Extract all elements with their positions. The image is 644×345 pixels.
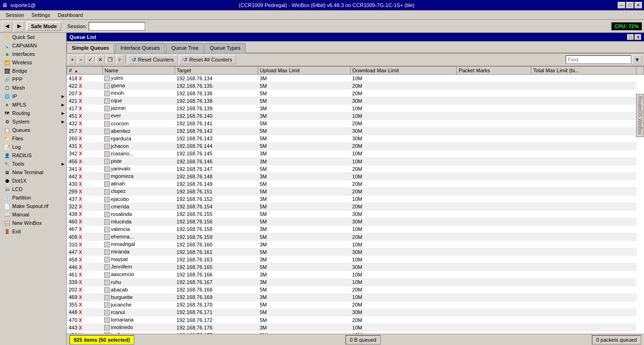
cell-name: mnoh bbox=[102, 90, 175, 97]
cell-marks bbox=[457, 271, 531, 278]
make-supout-icon: 📄 bbox=[4, 203, 10, 209]
window-close-button[interactable]: ✕ bbox=[635, 34, 641, 40]
menu-session[interactable]: Session bbox=[2, 11, 28, 19]
table-row[interactable]: 355 X jucanche 192.168.76.170 5M 20M bbox=[67, 301, 644, 308]
find-dropdown-button[interactable]: ▼ bbox=[632, 55, 642, 64]
sidebar-item-manual[interactable]: 📖 Manual bbox=[0, 210, 66, 219]
table-row[interactable]: 460 X mlucinda 192.168.76.156 5M 30M bbox=[67, 218, 644, 225]
table-row[interactable]: 418 X yulmi 192.168.76.134 3M 10M bbox=[67, 75, 644, 82]
table-row[interactable]: 438 X rosalinda 192.168.76.155 5M 30M bbox=[67, 210, 644, 218]
table-row[interactable]: 447 X miranda 192.168.76.161 5M 30M bbox=[67, 248, 644, 256]
sidebar-item-routing[interactable]: 🗺 Routing bbox=[0, 109, 66, 117]
table-row[interactable]: 451 X ever 192.168.76.140 3M 10M bbox=[67, 112, 644, 120]
sidebar-item-partition[interactable]: 💿 Partition bbox=[0, 193, 66, 202]
tab-interface-queues[interactable]: Interface Queues bbox=[115, 43, 165, 53]
sidebar-item-files[interactable]: 📁 Files bbox=[0, 134, 66, 143]
window-expand-button[interactable]: □ bbox=[627, 34, 634, 40]
table-row[interactable]: 310 X mmadrigal 192.168.76.160 3M 10M bbox=[67, 241, 644, 248]
sidebar-item-radius[interactable]: 👤 RADIUS bbox=[0, 151, 66, 160]
table-row[interactable]: 422 X gsena 192.168.76.135 5M 20M bbox=[67, 82, 644, 90]
col-packet-marks[interactable]: Packet Marks bbox=[457, 67, 531, 75]
maximize-button[interactable]: □ bbox=[626, 2, 634, 8]
copy-button[interactable]: ❐ bbox=[106, 55, 115, 64]
sidebar-item-interfaces[interactable]: ■ Interfaces bbox=[0, 50, 66, 58]
tab-simple-queues[interactable]: Simple Queues bbox=[67, 43, 114, 53]
sidebar-item-ip[interactable]: 🌐 IP bbox=[0, 92, 66, 100]
cell-total bbox=[531, 173, 636, 180]
close-button[interactable]: ✕ bbox=[635, 2, 642, 8]
tab-queue-types[interactable]: Queue Types bbox=[205, 43, 245, 53]
sidebar-item-tools[interactable]: 🔧 Tools bbox=[0, 160, 66, 168]
manual-icon: 📖 bbox=[4, 211, 10, 218]
sidebar-item-capsman[interactable]: 📡 CAPsMAN bbox=[0, 41, 66, 50]
sidebar-item-lcd[interactable]: ▭ LCD bbox=[0, 185, 66, 193]
table-row[interactable]: 461 X aascencio 192.168.76.166 3M 10M bbox=[67, 271, 644, 278]
menu-dashboard[interactable]: Dashboard bbox=[54, 11, 87, 19]
table-row[interactable]: 442 X mgomeza 192.168.76.148 3M 10M bbox=[67, 173, 644, 180]
table-row[interactable]: 470 X lomariana 192.168.76.172 5M 20M bbox=[67, 316, 644, 324]
menu-settings[interactable]: Settings bbox=[28, 11, 54, 19]
table-row[interactable]: 341 X yarevalo 192.168.76.147 5M 20M bbox=[67, 165, 644, 173]
sidebar-item-system[interactable]: ⚙ System bbox=[0, 117, 66, 126]
table-row[interactable]: 458 X maypat 192.168.76.163 3M 10M bbox=[67, 256, 644, 263]
col-num[interactable]: # ▲ bbox=[67, 67, 103, 75]
safe-mode-button[interactable]: Safe Mode bbox=[26, 22, 61, 31]
filter-button[interactable]: ▿ bbox=[116, 55, 123, 64]
table-row[interactable]: 207 X mnoh 192.168.76.136 5M 20M bbox=[67, 90, 644, 97]
sidebar-item-queues[interactable]: 📋 Queues bbox=[0, 126, 66, 134]
sidebar-item-make-supout[interactable]: 📄 Make Supout.rif bbox=[0, 202, 66, 210]
tab-queue-tree[interactable]: Queue Tree bbox=[166, 43, 204, 53]
table-row[interactable]: 430 X atinah 192.168.76.149 5M 20M bbox=[67, 180, 644, 188]
queue-table-container[interactable]: # ▲ Name Target Upload Max Limit Downloa… bbox=[67, 66, 644, 334]
sidebar-item-quick-set[interactable]: ⚡ Quick Set bbox=[0, 33, 66, 41]
table-row[interactable]: 322 X cmerida 192.168.76.154 5M 20M bbox=[67, 203, 644, 210]
col-target[interactable]: Target bbox=[175, 67, 258, 75]
sidebar-item-mesh[interactable]: ⬡ Mesh bbox=[0, 84, 66, 92]
back-button[interactable]: ◀ bbox=[2, 21, 12, 31]
cell-total bbox=[531, 112, 636, 120]
table-row[interactable]: 469 X burguette 192.168.76.169 3M 10M bbox=[67, 293, 644, 301]
add-button[interactable]: + bbox=[69, 55, 76, 64]
disable-button[interactable]: ✕ bbox=[96, 55, 105, 64]
minimize-button[interactable]: — bbox=[618, 2, 625, 8]
sidebar-item-wireless[interactable]: 📶 Wireless bbox=[0, 58, 66, 67]
sidebar-item-dot1x[interactable]: ⬢ Dot1X bbox=[0, 176, 66, 185]
table-row[interactable]: 260 X rgarduza 192.168.76.143 5M 30M bbox=[67, 135, 644, 142]
table-row[interactable]: 202 X abacab 192.168.76.168 5M 20M bbox=[67, 286, 644, 293]
sidebar-item-ppp[interactable]: 🔗 PPP bbox=[0, 75, 66, 84]
reset-all-counters-button[interactable]: ↺ Reset All Counters bbox=[179, 55, 236, 64]
table-row[interactable]: 437 X ejacobo 192.168.76.152 3M 10M bbox=[67, 195, 644, 203]
table-row[interactable]: 421 X cque 192.168.76.138 5M 30M bbox=[67, 97, 644, 105]
col-download-max[interactable]: Download Max Limit bbox=[350, 67, 457, 75]
cell-target: 192.168.76.144 bbox=[175, 142, 258, 150]
table-row[interactable]: 257 X abenitez 192.168.76.142 5M 30M bbox=[67, 127, 644, 135]
col-name[interactable]: Name bbox=[102, 67, 175, 75]
table-row[interactable]: 339 X ruhu 192.168.76.167 3M 10M bbox=[67, 278, 644, 286]
table-row[interactable]: 342 X rcasano... 192.168.76.145 3M 10M bbox=[67, 150, 644, 157]
forward-button[interactable]: ▶ bbox=[14, 21, 24, 31]
table-row[interactable]: 443 X imolinedo 192.168.76.176 3M 10M bbox=[67, 324, 644, 331]
table-row[interactable]: 467 X valencia 192.168.76.158 3M 10M bbox=[67, 225, 644, 233]
sidebar-item-exit[interactable]: 🚪 Exit bbox=[0, 227, 66, 236]
sidebar-item-log[interactable]: 📝 Log bbox=[0, 143, 66, 151]
table-row[interactable]: 432 X ccocom 192.168.76.141 5M 20M bbox=[67, 120, 644, 127]
table-row[interactable]: 417 X jazmin 192.168.76.139 3M 10M bbox=[67, 105, 644, 112]
find-input[interactable] bbox=[566, 55, 631, 64]
table-row[interactable]: 448 X rcanul 192.168.76.171 5M 30M bbox=[67, 308, 644, 316]
enable-button[interactable]: ✓ bbox=[86, 55, 95, 64]
table-row[interactable]: 299 X clopez 192.168.76.151 5M 20M bbox=[67, 188, 644, 195]
sidebar-item-bridge[interactable]: 🌉 Bridge bbox=[0, 67, 66, 75]
table-row[interactable]: 409 X ehemna... 192.168.76.159 5M 20M bbox=[67, 233, 644, 240]
table-row[interactable]: 456 X piste 192.168.76.146 3M 10M bbox=[67, 158, 644, 165]
sidebar-item-new-terminal[interactable]: 🖥 New Terminal bbox=[0, 168, 66, 176]
remove-button[interactable]: − bbox=[77, 55, 84, 64]
session-input[interactable] bbox=[89, 22, 145, 31]
queue-table: # ▲ Name Target Upload Max Limit Downloa… bbox=[67, 66, 644, 334]
table-row[interactable]: 446 X Jennifern 192.168.76.165 5M 30M bbox=[67, 263, 644, 271]
reset-counters-button[interactable]: ↺ Reset Counters bbox=[128, 55, 178, 64]
sidebar-item-new-winbox[interactable]: 🪟 New WinBox bbox=[0, 219, 66, 227]
table-row[interactable]: 431 X jchacon 192.168.76.144 5M 20M bbox=[67, 142, 644, 150]
col-total-max[interactable]: Total Max Limit (bi... bbox=[531, 67, 636, 75]
sidebar-item-mpls[interactable]: ≡ MPLS bbox=[0, 100, 66, 109]
col-upload-max[interactable]: Upload Max Limit bbox=[258, 67, 350, 75]
